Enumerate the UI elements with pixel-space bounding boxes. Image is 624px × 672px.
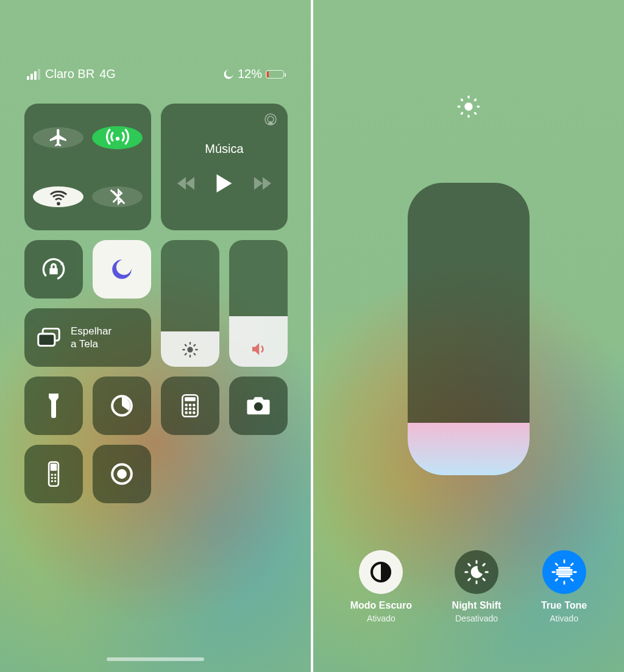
true-tone-toggle[interactable]: True Tone Ativado [541, 550, 587, 623]
svg-line-53 [483, 579, 485, 581]
svg-rect-5 [38, 334, 55, 346]
status-bar: Claro BR 4G 12% [27, 67, 284, 81]
svg-line-52 [469, 564, 470, 566]
svg-point-34 [51, 480, 53, 482]
svg-point-18 [185, 403, 188, 406]
flashlight-button[interactable] [24, 377, 83, 435]
night-shift-icon [455, 550, 498, 594]
svg-point-24 [185, 411, 188, 414]
airplay-icon[interactable] [263, 112, 278, 127]
screen-mirroring-button[interactable]: Espelhar a Tela [24, 308, 151, 367]
svg-line-45 [461, 113, 462, 114]
screen-mirroring-icon [37, 328, 61, 347]
svg-line-55 [483, 564, 485, 566]
camera-button[interactable] [229, 377, 288, 435]
svg-line-44 [475, 113, 475, 114]
svg-point-19 [189, 403, 192, 406]
svg-point-32 [51, 477, 53, 479]
home-indicator[interactable] [107, 657, 204, 661]
night-shift-toggle[interactable]: Night Shift Desativado [452, 550, 502, 623]
brightness-slider[interactable] [161, 240, 219, 367]
wifi-toggle[interactable] [33, 186, 83, 207]
brightness-large-slider[interactable] [408, 183, 530, 475]
rewind-button[interactable] [177, 177, 194, 190]
brightness-detail-screen: Modo Escuro Ativado Night Shift Desativa… [313, 0, 624, 672]
volume-icon [229, 340, 288, 358]
dark-mode-toggle[interactable]: Modo Escuro Ativado [350, 550, 412, 623]
svg-line-43 [461, 99, 462, 100]
control-center-screen: Claro BR 4G 12% [0, 0, 311, 672]
svg-point-33 [54, 477, 56, 479]
svg-point-20 [193, 403, 196, 406]
media-tile[interactable]: Música [161, 104, 288, 230]
svg-line-61 [571, 579, 573, 581]
dark-mode-icon [359, 550, 403, 594]
svg-rect-29 [51, 464, 57, 471]
forward-button[interactable] [254, 177, 271, 190]
svg-line-12 [194, 353, 195, 355]
svg-point-6 [187, 347, 193, 352]
brightness-large-fill [408, 423, 530, 475]
svg-point-37 [117, 469, 127, 479]
bluetooth-toggle[interactable] [92, 186, 143, 207]
svg-line-14 [194, 345, 195, 346]
apple-tv-remote-button[interactable] [24, 445, 83, 503]
true-tone-icon [542, 550, 586, 594]
airplane-mode-toggle[interactable] [33, 127, 83, 148]
play-button[interactable] [216, 174, 232, 193]
svg-line-60 [556, 564, 558, 565]
network-label: 4G [99, 67, 116, 81]
svg-point-25 [189, 411, 192, 414]
dnd-status-icon [223, 69, 234, 80]
svg-rect-17 [185, 397, 196, 401]
brightness-icon [161, 341, 219, 358]
svg-point-26 [193, 411, 196, 414]
svg-line-63 [571, 564, 573, 565]
orientation-lock-button[interactable] [24, 240, 83, 299]
cellular-data-toggle[interactable] [92, 126, 143, 149]
svg-point-27 [254, 402, 263, 411]
svg-line-62 [556, 579, 558, 581]
battery-icon [266, 70, 284, 79]
svg-line-54 [469, 579, 470, 581]
svg-point-22 [189, 408, 192, 411]
svg-point-23 [193, 408, 196, 411]
svg-point-21 [185, 408, 188, 411]
do-not-disturb-button[interactable] [93, 240, 151, 299]
svg-point-30 [51, 474, 53, 476]
media-title: Música [205, 142, 243, 156]
svg-line-11 [185, 345, 186, 346]
display-options: Modo Escuro Ativado Night Shift Desativa… [313, 550, 624, 623]
svg-point-38 [464, 102, 472, 110]
battery-pct: 12% [238, 67, 262, 81]
svg-point-35 [54, 480, 56, 482]
connectivity-tile[interactable] [24, 104, 151, 230]
svg-point-31 [54, 474, 56, 476]
timer-button[interactable] [93, 377, 151, 435]
screen-mirroring-label: Espelhar a Tela [71, 325, 112, 351]
volume-slider[interactable] [229, 240, 288, 367]
calculator-button[interactable] [161, 377, 219, 435]
brightness-icon [456, 94, 481, 119]
svg-line-13 [185, 353, 186, 355]
screen-record-button[interactable] [93, 445, 151, 503]
svg-line-46 [475, 99, 475, 100]
carrier-label: Claro BR [45, 67, 94, 81]
signal-icon [27, 69, 40, 80]
